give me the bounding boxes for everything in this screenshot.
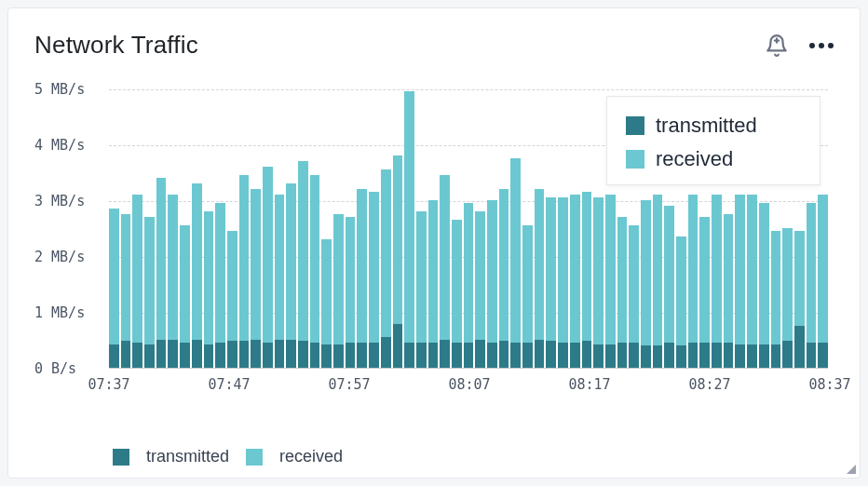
tooltip-label-received: received bbox=[656, 147, 733, 171]
bar-segment-received bbox=[522, 225, 533, 343]
bar[interactable] bbox=[522, 225, 533, 368]
bar-segment-received bbox=[771, 231, 781, 344]
bar[interactable] bbox=[546, 197, 556, 368]
y-axis-tick: 4 MB/s bbox=[34, 137, 103, 154]
bar[interactable] bbox=[440, 175, 450, 368]
bar[interactable] bbox=[346, 217, 356, 368]
resize-handle-icon[interactable] bbox=[847, 465, 856, 474]
bar-segment-transmitted bbox=[416, 343, 427, 368]
bar[interactable] bbox=[771, 231, 781, 368]
bar[interactable] bbox=[132, 195, 142, 368]
bar-segment-received bbox=[333, 214, 344, 344]
bar-segment-transmitted bbox=[440, 340, 450, 368]
bar[interactable] bbox=[357, 189, 367, 368]
bar-segment-transmitted bbox=[794, 326, 805, 368]
bar[interactable] bbox=[263, 167, 273, 368]
bar[interactable] bbox=[759, 203, 769, 368]
bar[interactable] bbox=[582, 192, 592, 368]
bar[interactable] bbox=[298, 161, 308, 368]
bar-segment-received bbox=[724, 214, 734, 343]
bar-segment-received bbox=[275, 195, 285, 340]
bar[interactable] bbox=[653, 195, 663, 368]
bar[interactable] bbox=[617, 217, 628, 368]
bar[interactable] bbox=[558, 197, 568, 368]
bar-segment-received bbox=[404, 91, 414, 343]
bar[interactable] bbox=[593, 197, 604, 368]
bar[interactable] bbox=[215, 203, 225, 368]
bar[interactable] bbox=[204, 211, 214, 368]
bar[interactable] bbox=[310, 175, 320, 368]
legend-label-transmitted: transmitted bbox=[146, 447, 229, 466]
bar[interactable] bbox=[664, 206, 674, 368]
bar[interactable] bbox=[676, 236, 686, 368]
bar[interactable] bbox=[688, 195, 698, 368]
bar-segment-transmitted bbox=[263, 343, 273, 368]
bar[interactable] bbox=[499, 189, 509, 368]
bar[interactable] bbox=[381, 169, 391, 368]
bar[interactable] bbox=[109, 209, 119, 368]
bar-segment-received bbox=[676, 236, 686, 345]
bar-segment-received bbox=[688, 195, 698, 343]
bar[interactable] bbox=[168, 195, 178, 368]
bar[interactable] bbox=[121, 214, 131, 368]
bar-segment-received bbox=[499, 189, 509, 341]
bar-segment-received bbox=[818, 195, 828, 343]
bar-segment-received bbox=[251, 189, 261, 340]
bar[interactable] bbox=[747, 195, 757, 368]
bar[interactable] bbox=[510, 158, 521, 368]
bar-segment-received bbox=[452, 220, 462, 343]
bar[interactable] bbox=[629, 225, 639, 368]
bar-segment-transmitted bbox=[393, 324, 403, 368]
bar-segment-transmitted bbox=[699, 343, 710, 368]
bar-segment-transmitted bbox=[204, 344, 214, 368]
bar[interactable] bbox=[192, 183, 202, 368]
bar[interactable] bbox=[239, 175, 250, 368]
bar[interactable] bbox=[416, 211, 427, 368]
bar-segment-received bbox=[582, 192, 592, 341]
bar[interactable] bbox=[487, 200, 497, 368]
bar[interactable] bbox=[712, 195, 722, 368]
bar[interactable] bbox=[251, 189, 261, 368]
bar-segment-received bbox=[664, 206, 674, 343]
bar[interactable] bbox=[369, 192, 379, 368]
bar[interactable] bbox=[286, 183, 296, 368]
bar[interactable] bbox=[156, 178, 167, 368]
bar[interactable] bbox=[464, 203, 474, 368]
bar[interactable] bbox=[452, 220, 462, 368]
bar[interactable] bbox=[321, 239, 332, 368]
bar[interactable] bbox=[144, 217, 155, 368]
bar[interactable] bbox=[180, 225, 190, 368]
bar[interactable] bbox=[735, 195, 745, 368]
x-axis-tick: 08:37 bbox=[808, 376, 850, 393]
swatch-received-icon bbox=[626, 150, 644, 169]
bar[interactable] bbox=[227, 231, 237, 368]
bar-segment-transmitted bbox=[724, 343, 734, 368]
bar[interactable] bbox=[535, 189, 545, 368]
bar[interactable] bbox=[333, 214, 344, 368]
more-menu-icon[interactable] bbox=[809, 43, 834, 48]
bar[interactable] bbox=[404, 91, 414, 368]
bar-segment-transmitted bbox=[688, 343, 698, 368]
bar-segment-transmitted bbox=[558, 343, 568, 368]
bar[interactable] bbox=[393, 155, 403, 368]
bar[interactable] bbox=[605, 195, 616, 368]
bar[interactable] bbox=[475, 211, 485, 368]
bar-segment-received bbox=[192, 183, 202, 340]
bar-segment-transmitted bbox=[522, 343, 533, 368]
bar-segment-received bbox=[357, 189, 367, 343]
bar[interactable] bbox=[724, 214, 734, 368]
bar[interactable] bbox=[699, 217, 710, 368]
bar-segment-received bbox=[546, 197, 556, 341]
bar-segment-transmitted bbox=[582, 341, 592, 368]
bar-segment-transmitted bbox=[369, 343, 379, 368]
bar[interactable] bbox=[794, 231, 805, 368]
bar-segment-transmitted bbox=[510, 343, 521, 368]
bar[interactable] bbox=[782, 228, 793, 368]
bar[interactable] bbox=[807, 203, 817, 368]
bar[interactable] bbox=[428, 200, 439, 368]
bar[interactable] bbox=[641, 200, 651, 368]
bar[interactable] bbox=[275, 195, 285, 368]
bar[interactable] bbox=[570, 195, 580, 368]
bar[interactable] bbox=[818, 195, 828, 368]
alert-bell-icon[interactable] bbox=[765, 34, 789, 58]
